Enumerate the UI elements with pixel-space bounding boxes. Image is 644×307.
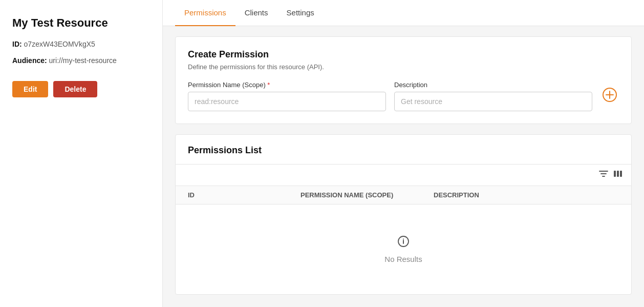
svg-rect-7 bbox=[617, 171, 619, 177]
tab-bar: Permissions Clients Settings bbox=[163, 0, 644, 26]
create-permission-section: Create Permission Define the permissions… bbox=[175, 36, 632, 124]
audience-row: Audience: uri://my-test-resource bbox=[12, 56, 150, 65]
scope-field-group: Permission Name (Scope) * bbox=[188, 81, 386, 111]
edit-button[interactable]: Edit bbox=[12, 81, 48, 97]
svg-rect-8 bbox=[620, 171, 622, 177]
right-panel: Permissions Clients Settings Create Perm… bbox=[163, 0, 644, 307]
description-label: Description bbox=[394, 81, 592, 89]
permissions-list-section: Permissions List Id Permission Name (S bbox=[175, 134, 632, 295]
create-permission-form: Permission Name (Scope) * Description bbox=[188, 81, 619, 111]
no-results-message: No Results bbox=[176, 204, 631, 294]
audience-value: uri://my-test-resource bbox=[49, 56, 117, 65]
delete-button[interactable]: Delete bbox=[53, 81, 97, 97]
id-label: ID: bbox=[12, 40, 22, 48]
tab-permissions[interactable]: Permissions bbox=[175, 0, 235, 26]
action-buttons: Edit Delete bbox=[12, 81, 150, 97]
table-header: Id Permission Name (Scope) Description bbox=[176, 186, 631, 204]
add-icon bbox=[603, 88, 617, 102]
column-header-scope: Permission Name (Scope) bbox=[300, 191, 434, 199]
id-row: ID: o7zexW43EOMVkgX5 bbox=[12, 40, 150, 48]
add-permission-button[interactable] bbox=[600, 86, 619, 107]
description-field-group: Description bbox=[394, 81, 592, 111]
scope-input[interactable] bbox=[188, 92, 386, 111]
tab-settings[interactable]: Settings bbox=[277, 0, 324, 26]
columns-icon[interactable] bbox=[613, 170, 623, 180]
table-toolbar bbox=[176, 165, 631, 186]
svg-rect-6 bbox=[614, 171, 616, 177]
tab-clients[interactable]: Clients bbox=[235, 0, 277, 26]
svg-point-11 bbox=[403, 239, 404, 240]
column-header-id: Id bbox=[188, 191, 300, 199]
audience-label: Audience: bbox=[12, 56, 47, 65]
filter-icon[interactable] bbox=[598, 170, 609, 180]
required-star: * bbox=[267, 81, 270, 89]
id-value: o7zexW43EOMVkgX5 bbox=[24, 40, 95, 48]
create-permission-subtitle: Define the permissions for this resource… bbox=[188, 63, 619, 71]
no-results-text: No Results bbox=[384, 255, 422, 263]
column-header-desc: Description bbox=[434, 191, 619, 199]
description-input[interactable] bbox=[394, 92, 592, 111]
resource-title: My Test Resource bbox=[12, 16, 150, 30]
scope-label: Permission Name (Scope) * bbox=[188, 81, 386, 89]
permissions-list-title: Permissions List bbox=[188, 145, 619, 156]
left-panel: My Test Resource ID: o7zexW43EOMVkgX5 Au… bbox=[0, 0, 163, 307]
info-icon bbox=[397, 235, 410, 251]
permissions-list-header: Permissions List bbox=[176, 135, 631, 165]
create-permission-title: Create Permission bbox=[188, 49, 619, 60]
